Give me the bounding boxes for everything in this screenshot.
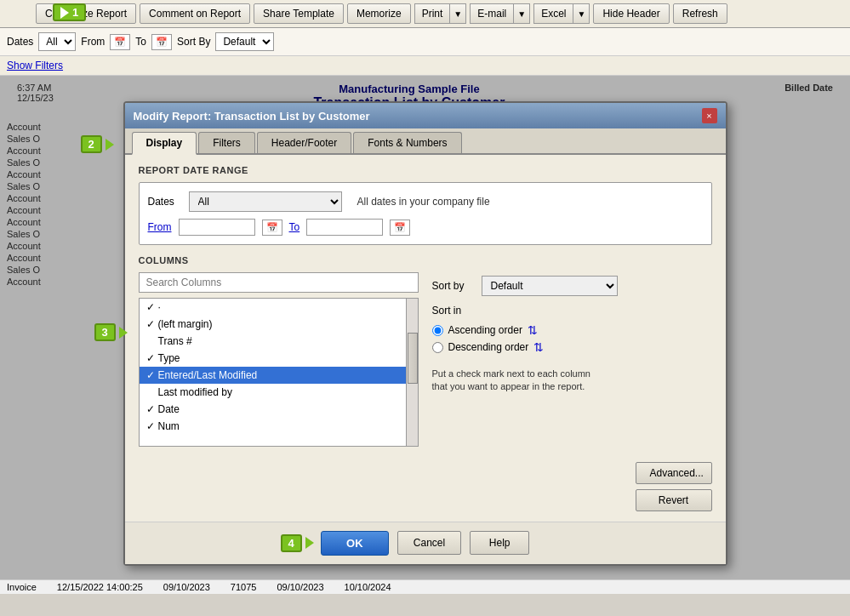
ascending-radio[interactable] <box>432 325 443 336</box>
col-label: Date <box>158 403 180 415</box>
modify-report-modal: Modify Report: Transaction List by Custo… <box>123 101 727 566</box>
check-icon: ✓ <box>146 369 158 381</box>
modal-to-input[interactable] <box>306 219 383 236</box>
sort-by-row: Sort by Default <box>432 276 712 296</box>
modal-content-wrapper: 2 Display Filters Header/Footer <box>125 128 726 564</box>
step2-label: 2 <box>88 138 94 151</box>
ascending-radio-row: Ascending order ⇅ <box>432 323 712 337</box>
modal-from-label[interactable]: From <box>148 221 172 233</box>
print-split-button[interactable]: Print ▼ <box>414 3 467 24</box>
ok-button[interactable]: OK <box>321 531 389 556</box>
sort-by-label: Sort By <box>177 36 210 48</box>
modal-title: Modify Report: Transaction List by Custo… <box>134 110 370 123</box>
list-item[interactable]: Trans # <box>140 333 418 350</box>
modal-footer: 4 OK Cancel Help <box>125 522 726 564</box>
scrollbar-track[interactable] <box>406 299 418 446</box>
descending-radio[interactable] <box>432 342 443 353</box>
modal-to-cal-button[interactable]: 📅 <box>390 220 410 236</box>
descending-radio-row: Descending order ⇅ <box>432 340 712 354</box>
tab-fonts-numbers[interactable]: Fonts & Numbers <box>353 132 461 153</box>
bottom-date4: 10/10/2024 <box>345 582 391 592</box>
columns-list-panel: ✓ · ✓ (left margin) <box>139 272 419 511</box>
excel-split-button[interactable]: Excel ▼ <box>533 3 590 24</box>
list-item[interactable]: ✓ · <box>140 299 418 316</box>
modal-body: REPORT DATE RANGE Dates All All dates in… <box>125 155 726 522</box>
hide-header-button[interactable]: Hide Header <box>593 3 669 24</box>
columns-section-title: COLUMNS <box>139 255 712 265</box>
modal-dates-select[interactable]: All <box>189 191 342 212</box>
col-label: Entered/Last Modified <box>158 369 258 381</box>
revert-button[interactable]: Revert <box>636 489 712 511</box>
ascending-label: Ascending order <box>448 324 522 336</box>
from-label: From <box>81 36 105 48</box>
share-template-button[interactable]: Share Template <box>254 3 344 24</box>
tab-filters[interactable]: Filters <box>198 132 255 153</box>
tab-display[interactable]: Display <box>132 132 197 155</box>
list-item[interactable]: Last modified by <box>140 384 418 401</box>
email-arrow[interactable]: ▼ <box>513 3 530 24</box>
check-icon: ✓ <box>146 352 158 364</box>
list-item[interactable]: ✓ Num <box>140 418 418 435</box>
excel-arrow[interactable]: ▼ <box>573 3 590 24</box>
toolbar: 1 Customize Report Comment on Report Sha… <box>0 0 850 28</box>
sort-in-label: Sort in <box>432 305 712 317</box>
check-icon: ✓ <box>146 301 158 313</box>
dates-label: Dates <box>7 36 33 48</box>
modal-from-cal-button[interactable]: 📅 <box>262 220 282 236</box>
search-columns-input[interactable] <box>139 272 419 293</box>
modal-from-input[interactable] <box>179 219 255 236</box>
help-button[interactable]: Help <box>470 531 529 555</box>
columns-listbox[interactable]: ✓ · ✓ (left margin) <box>139 298 419 447</box>
modal-close-button[interactable]: × <box>702 108 717 123</box>
columns-sort-panel: Sort by Default Sort in Ascending order <box>432 272 712 511</box>
list-item[interactable]: ✓ (left margin) <box>140 316 418 333</box>
step3-badge: 3 <box>94 323 128 341</box>
sort-by-label: Sort by <box>432 280 475 292</box>
to-label: To <box>135 36 146 48</box>
modal-titlebar: Modify Report: Transaction List by Custo… <box>125 103 726 128</box>
email-button[interactable]: E-mail <box>470 3 513 24</box>
list-item[interactable]: ✓ Type <box>140 350 418 367</box>
email-split-button[interactable]: E-mail ▼ <box>470 3 530 24</box>
dates-row: Dates All All dates in your company file <box>148 191 703 212</box>
step4-label: 4 <box>288 537 294 550</box>
advanced-button[interactable]: Advanced... <box>636 462 712 484</box>
bottom-invoice: Invoice <box>7 582 37 592</box>
col-label: (left margin) <box>158 318 213 330</box>
step2-badge: 2 <box>81 135 114 153</box>
sort-by-select[interactable]: Default <box>482 276 618 296</box>
check-icon: ✓ <box>146 318 158 330</box>
list-item-selected[interactable]: ✓ Entered/Last Modified <box>140 367 418 384</box>
tab-header-footer[interactable]: Header/Footer <box>257 132 351 153</box>
to-calendar-button[interactable]: 📅 <box>151 34 172 50</box>
report-area: 6:37 AM 12/15/23 Manufacturing Sample Fi… <box>0 76 850 594</box>
modal-dates-label: Dates <box>148 196 182 208</box>
memorize-button[interactable]: Memorize <box>347 3 411 24</box>
excel-button[interactable]: Excel <box>533 3 573 24</box>
dates-select[interactable]: All <box>38 32 76 51</box>
ascending-sort-icon[interactable]: ⇅ <box>528 323 538 337</box>
col-label: Num <box>158 420 180 432</box>
step4-badge: 4 <box>281 534 314 552</box>
bottom-num: 71075 <box>231 582 257 592</box>
descending-sort-icon[interactable]: ⇅ <box>533 340 544 354</box>
scrollbar-thumb[interactable] <box>408 333 418 384</box>
print-arrow[interactable]: ▼ <box>449 3 466 24</box>
step1-label: 1 <box>72 6 78 19</box>
comment-on-report-button[interactable]: Comment on Report <box>140 3 250 24</box>
bottom-date3: 09/10/2023 <box>277 582 323 592</box>
print-button[interactable]: Print <box>414 3 450 24</box>
bottom-date1: 12/15/2022 14:00:25 <box>57 582 143 592</box>
date-range-section-title: REPORT DATE RANGE <box>139 165 712 175</box>
refresh-button[interactable]: Refresh <box>673 3 727 24</box>
col-label: Type <box>158 352 180 364</box>
list-item[interactable]: ✓ Date <box>140 401 418 418</box>
columns-hint: Put a check mark next to each column tha… <box>432 368 602 394</box>
sort-in-section: Sort in Ascending order ⇅ Descending ord… <box>432 305 712 354</box>
step1-badge: 1 <box>53 3 86 21</box>
cancel-button[interactable]: Cancel <box>397 531 461 555</box>
side-buttons: Advanced... Revert <box>432 394 712 511</box>
from-calendar-button[interactable]: 📅 <box>110 34 130 50</box>
sort-by-select[interactable]: Default <box>215 32 274 51</box>
show-filters-link[interactable]: Show Filters <box>0 56 850 76</box>
